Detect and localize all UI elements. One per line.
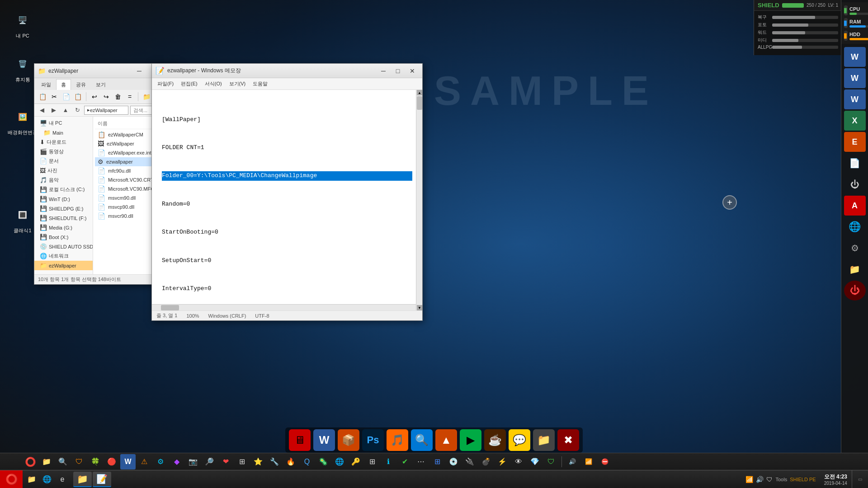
sidebar-item-ezwallpaper[interactable]: 📁 ezWallpaper [34,261,93,270]
tb-icon-clover[interactable]: 🍀 [88,454,103,469]
tb-icon-disk[interactable]: 💿 [446,454,461,469]
dock-settings[interactable]: ⚙ [844,238,866,258]
tb-icon-purple[interactable]: ◆ [169,454,184,469]
scroll-thumb[interactable] [417,96,422,110]
nav-refresh-btn[interactable]: ↻ [72,105,82,115]
taskbar-clock[interactable]: 오전 4:23 2019-04-14 [820,473,852,486]
dock-powerpoint[interactable]: E [844,132,866,152]
dock-power[interactable]: ⏻ [844,174,866,194]
tb-icon-check[interactable]: ✔ [397,454,412,469]
notepad-menu-help[interactable]: 도움말 [249,79,271,89]
mid-app-talk[interactable]: 💬 [509,429,530,451]
tb-icon-eye[interactable]: 👁 [511,454,526,469]
tb-icon-virus[interactable]: 🦠 [316,454,331,469]
tb-icon-folder-b[interactable]: 📁 [39,454,54,469]
mid-app-magnifier[interactable]: 🔍 [411,429,433,451]
show-desktop-button[interactable]: ▭ [852,470,868,488]
start-button[interactable]: ⭕ [0,470,23,488]
tb-icon-bolt[interactable]: ⚡ [495,454,510,469]
notepad-menu-file[interactable]: 파일(F) [154,79,177,89]
dock-word-2[interactable]: W [844,68,866,88]
ribbon-redo-btn[interactable]: ↪ [101,91,112,102]
address-path[interactable]: ▸ ezWallpaper [84,106,128,115]
desktop-icon-mypc[interactable]: 🖥️ 내 PC [7,9,38,39]
mid-app-monitor[interactable]: 🖥 [289,429,311,451]
tb-icon-camera[interactable]: 📷 [185,454,201,469]
mid-app-close[interactable]: ✖ [557,429,579,451]
dock-folder[interactable]: 📁 [844,259,866,279]
tb-icon-red2[interactable]: ❤ [218,454,233,469]
sidebar-item-local-c[interactable]: 💾 로컬 디스크 (C:) [34,185,93,194]
sys-volume-icon[interactable]: 🔊 [756,476,764,483]
ribbon-tab-view[interactable]: 보기 [91,79,111,90]
notepad-menu-edit[interactable]: 편집(E) [177,79,201,89]
notepad-menu-view[interactable]: 보기(V) [226,79,250,89]
mid-app-photoshop[interactable]: Ps [362,429,384,451]
mid-app-triangle[interactable]: ▲ [435,429,457,451]
scroll-down-btn[interactable]: ▼ [417,305,422,310]
tb-icon-triangle[interactable]: ⚠ [137,454,152,469]
sidebar-item-shieldpg[interactable]: 💾 SHIELDPG (E:) [34,204,93,213]
tb-icon-diamond[interactable]: 💎 [527,454,542,469]
mid-app-play[interactable]: ▶ [460,429,481,451]
sidebar-item-music[interactable]: 🎵 음악 [34,175,93,185]
ribbon-delete-btn[interactable]: 🗑 [113,91,123,102]
ribbon-cut-btn[interactable]: ✂ [49,91,60,102]
sidebar-item-docs[interactable]: 📄 문서 [34,156,93,166]
tb-icon-bomb[interactable]: 💣 [478,454,494,469]
sidebar-item-shieldutil[interactable]: 💾 SHIELDUTIL (F:) [34,213,93,223]
dock-close-red[interactable]: ⏻ [844,281,866,300]
ribbon-paste-btn[interactable]: 📋 [72,91,83,102]
dock-chrome[interactable]: 🌐 [844,217,866,237]
mid-app-music[interactable]: 🎵 [387,429,408,451]
tb-icon-grid[interactable]: ⊞ [234,454,250,469]
tb-icon-shield2[interactable]: 🛡 [543,454,559,469]
sidebar-item-mypc[interactable]: 🖥️ 내 PC [34,118,93,128]
sys-network-icon[interactable]: 📶 [745,476,753,483]
tb-icon-sys3[interactable]: ⛔ [597,454,613,469]
ribbon-tab-home[interactable]: 홈 [56,79,71,90]
nav-forward-btn[interactable]: ▶ [49,105,59,115]
notepad-menu-format[interactable]: 서식(O) [201,79,226,89]
tq-folder[interactable]: 📁 [24,472,39,487]
tb-icon-star[interactable]: ⭐ [250,454,266,469]
taskbar-app-explorer[interactable]: 📁 [73,472,92,487]
notepad-close-button[interactable]: ✕ [406,66,419,76]
sidebar-item-downloads[interactable]: ⬇ 다운로드 [34,137,93,147]
tb-icon-apps[interactable]: ⊞ [364,454,380,469]
tb-icon-shield[interactable]: 🛡 [71,454,87,469]
tb-icon-overwatch[interactable]: ⭕ [23,454,38,469]
tb-icon-usb[interactable]: 🔌 [462,454,477,469]
ribbon-copy-btn[interactable]: 📄 [61,91,71,102]
dock-pdf-icon[interactable]: 📄 [844,153,866,173]
tb-icon-key[interactable]: 🔑 [348,454,363,469]
ribbon-tab-share[interactable]: 공유 [71,79,91,90]
ribbon-new-folder-btn[interactable]: 📁 [141,91,152,102]
sidebar-item-videos[interactable]: 🎬 동영상 [34,147,93,156]
mid-app-archive[interactable]: 📦 [338,429,359,451]
notepad-h-scrollbar[interactable] [152,304,416,310]
tb-icon-flame[interactable]: 🔥 [283,454,298,469]
tq-chrome[interactable]: 🌐 [40,472,54,487]
ribbon-back-btn[interactable]: 📋 [37,91,48,102]
tb-icon-network[interactable]: 🌐 [332,454,347,469]
notepad-titlebar[interactable]: 📝 ezwallpaper - Windows 메모장 ─ □ ✕ [152,64,422,78]
sidebar-item-network[interactable]: 🌐 네트워크 [34,251,93,261]
notepad-minimize-button[interactable]: ─ [377,66,390,76]
sidebar-item-boot[interactable]: 💾 Boot (X:) [34,232,93,242]
sys-shield-icon[interactable]: 🛡 [766,476,773,483]
dock-word-1[interactable]: W [844,47,866,67]
ribbon-rename-btn[interactable]: = [124,91,135,102]
dock-word-3[interactable]: W [844,89,866,109]
tb-icon-info[interactable]: ℹ [381,454,396,469]
tb-icon-search[interactable]: 🔍 [55,454,71,469]
taskbar-app-notepad[interactable]: 📝 [93,472,111,487]
tb-icon-magnify[interactable]: 🔎 [202,454,217,469]
ribbon-undo-btn[interactable]: ↩ [89,91,100,102]
nav-back-btn[interactable]: ◀ [37,105,47,115]
notepad-text-area[interactable]: [WallPaper] FOLDER CNT=1 Folder_00=Y:\To… [152,90,422,310]
tq-edge[interactable]: e [55,472,70,487]
tb-icon-sys2[interactable]: 📶 [581,454,596,469]
nav-up-btn[interactable]: ▲ [61,105,71,115]
tb-icon-win[interactable]: ⊞ [429,454,445,469]
